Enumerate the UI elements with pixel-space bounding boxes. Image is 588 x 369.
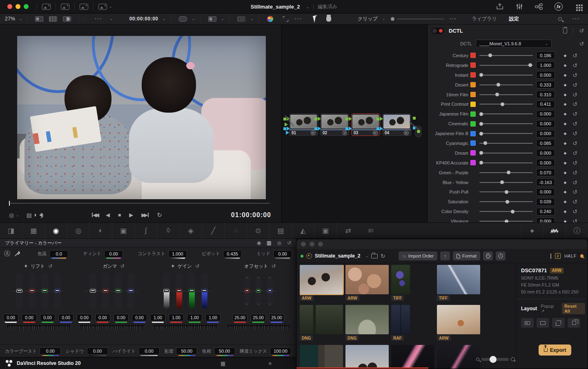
node-connector-green[interactable] — [345, 117, 352, 121]
layout-popup-link[interactable]: Popup ↗ — [541, 304, 558, 314]
chevron-down-icon[interactable]: ⌄ — [109, 4, 112, 9]
param-slider[interactable] — [479, 172, 533, 173]
step-back-button[interactable]: ◀ — [106, 212, 110, 218]
single-view-icon[interactable] — [35, 16, 43, 22]
param-slider[interactable] — [479, 153, 533, 153]
tab-settings[interactable]: 設定 — [508, 16, 521, 22]
keyframe-icon[interactable]: ◆ — [563, 122, 568, 126]
slider-handle[interactable] — [201, 289, 207, 293]
folder-icon[interactable] — [371, 254, 378, 258]
tag-filter-button[interactable] — [483, 251, 493, 260]
slider-handle[interactable] — [128, 289, 134, 293]
slider-handle[interactable] — [488, 53, 492, 57]
browser-project-name[interactable]: Stillmate_sample_2 — [315, 253, 360, 259]
thumbnail-grid[interactable]: ARWARWTIFFTIFFDNGDNGRAFARW — [300, 265, 516, 369]
slider-handle[interactable] — [501, 102, 504, 106]
channel-value[interactable]: 25.00 — [269, 314, 284, 321]
channel-slider[interactable] — [29, 273, 36, 309]
close-window-button[interactable] — [7, 4, 12, 9]
scrub-wheel[interactable] — [227, 325, 290, 329]
proxy-quality-icon[interactable] — [208, 16, 216, 22]
magic-mask-icon[interactable]: ╱ — [202, 222, 225, 239]
node-connector-green[interactable] — [376, 117, 383, 121]
curves-icon[interactable]: ∫ — [135, 222, 157, 239]
param-slider[interactable] — [479, 104, 533, 104]
reset-all-icon[interactable]: ↺ — [579, 27, 584, 34]
trash-icon[interactable] — [563, 29, 567, 33]
zoom-out-icon[interactable] — [476, 358, 479, 361]
chevron-down-icon[interactable]: ⌄ — [244, 302, 250, 305]
minimize-window-button[interactable] — [16, 4, 20, 9]
slider-handle[interactable] — [54, 289, 60, 293]
source-timecode[interactable]: 00:00:00:00 — [129, 16, 158, 22]
more-options[interactable]: ··· — [95, 16, 102, 22]
reset-icon[interactable]: ↺ — [572, 82, 577, 88]
tab-library[interactable]: ライブラリ — [470, 16, 498, 22]
viewer-more-options[interactable]: ··· — [295, 16, 302, 22]
media-thumbnail[interactable]: RAF — [391, 305, 434, 334]
channel-value[interactable]: 1.00 — [150, 314, 165, 321]
info-icon[interactable]: ⓘ — [566, 222, 588, 239]
param-value[interactable]: 50.00 — [176, 347, 197, 355]
slider-handle[interactable] — [245, 289, 249, 293]
slider-handle[interactable] — [483, 141, 487, 145]
dctl-enable-toggle[interactable] — [432, 28, 444, 34]
layout-crop-button[interactable] — [552, 318, 565, 328]
keyframe-icon[interactable]: ◆ — [563, 93, 568, 97]
chevron-down-icon[interactable]: ⌄ — [256, 302, 261, 305]
frame-io-icon[interactable]: ▤ — [270, 222, 292, 239]
zoom-knob[interactable] — [490, 356, 497, 363]
channel-value[interactable]: 25.00 — [232, 314, 247, 321]
scroll-indicator[interactable] — [296, 367, 428, 369]
chevron-down-icon[interactable]: ⌄ — [19, 17, 22, 21]
channel-value[interactable]: 0.00 — [22, 314, 37, 321]
reset-icon[interactable]: ↺ — [287, 240, 291, 246]
reset-icon[interactable]: ↺ — [572, 140, 577, 147]
scrub-wheel[interactable] — [80, 325, 144, 329]
qualifier-icon[interactable]: ◊ — [157, 222, 180, 239]
keyframe-icon[interactable]: ◆ — [563, 63, 568, 67]
node-input-cyan[interactable] — [286, 131, 289, 135]
node-connector-green[interactable] — [314, 117, 321, 121]
search-icon[interactable] — [558, 17, 562, 21]
layers-icon[interactable]: ▤ — [27, 212, 32, 218]
channel-slider[interactable] — [89, 273, 96, 309]
param-slider[interactable] — [479, 162, 533, 163]
half-res-icon[interactable]: 2 — [555, 253, 561, 259]
keyframe-icon[interactable]: ◆ — [563, 219, 568, 222]
reset-icon[interactable]: ↺ — [572, 208, 577, 215]
target-icon[interactable]: + — [24, 263, 27, 269]
param-value[interactable]: 1.000 — [168, 250, 187, 258]
param-slider[interactable] — [479, 221, 533, 222]
slider-handle[interactable] — [500, 180, 504, 184]
channel-slider[interactable] — [176, 273, 183, 309]
slider-handle[interactable] — [511, 210, 514, 213]
loop-button[interactable]: ↻ — [157, 211, 162, 219]
mixer-icon[interactable] — [510, 3, 529, 10]
param-value[interactable]: 0.00 — [40, 347, 61, 355]
project-manager-icon[interactable]: ▦ — [220, 360, 225, 367]
export-small-icon[interactable] — [550, 253, 551, 258]
param-slider[interactable] — [479, 211, 533, 212]
slider-handle[interactable] — [479, 112, 483, 116]
play-button[interactable]: ▶ — [129, 212, 133, 218]
media-pool-icon[interactable] — [80, 4, 88, 10]
param-value[interactable]: 0.000 — [536, 110, 555, 118]
media-thumbnail[interactable]: TIFF — [437, 265, 480, 294]
slider-handle[interactable] — [256, 289, 261, 293]
layout-copy-button[interactable] — [568, 318, 580, 328]
keyframe-icon[interactable]: ◆ — [563, 171, 568, 175]
clip-mode-label[interactable]: クリップ — [358, 16, 378, 22]
chevron-down-icon[interactable]: ⌄ — [192, 17, 195, 21]
channel-value[interactable]: 1.00 — [187, 314, 202, 321]
param-slider[interactable] — [479, 143, 533, 144]
keyframe-icon[interactable]: ◆ — [563, 102, 568, 106]
chevron-down-icon[interactable]: ⌄ — [163, 17, 166, 21]
scrub-wheel[interactable] — [153, 325, 218, 329]
keyframe-icon[interactable]: ◆ — [563, 141, 568, 145]
motion-effects-icon[interactable]: ▣ — [112, 222, 135, 239]
channel-slider[interactable]: ⌃⌄ — [244, 276, 250, 307]
sizing-icon[interactable]: ⇄ — [337, 222, 359, 239]
slider-handle[interactable] — [506, 200, 509, 204]
mask-overlay-icon[interactable] — [179, 16, 187, 22]
